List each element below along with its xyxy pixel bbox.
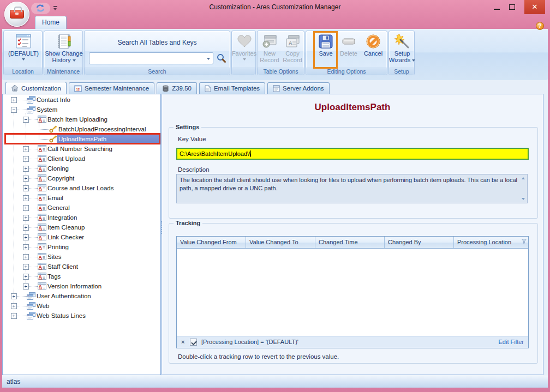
expand-icon[interactable] <box>23 205 29 211</box>
tracking-grid-header: Value Changed FromValue Changed ToChange… <box>177 237 528 249</box>
grid-column-value-changed-from[interactable]: Value Changed From <box>177 237 246 248</box>
setup-wizards-button[interactable]: Setup Wizards <box>389 33 415 63</box>
copy-record-button[interactable]: A Copy Record <box>281 33 304 63</box>
expand-icon[interactable] <box>23 264 29 270</box>
new-record-button[interactable]: New Record <box>258 33 281 63</box>
refresh-icon[interactable] <box>35 4 45 13</box>
tree-item-copyright[interactable]: ACopyright <box>3 173 160 183</box>
favorites-button[interactable]: Favorites <box>232 33 256 61</box>
collapse-icon[interactable] <box>23 117 29 123</box>
expand-icon[interactable] <box>23 156 29 162</box>
maximize-button[interactable] <box>509 4 515 10</box>
expand-icon[interactable] <box>23 254 29 260</box>
doc-tab-z39-50[interactable]: Z39.50 <box>157 82 197 94</box>
doc-tab-label: Email Templates <box>214 85 260 92</box>
tree-item-label: Staff Client <box>46 262 80 272</box>
expand-icon[interactable] <box>11 293 17 299</box>
atable-icon: A <box>38 145 46 152</box>
doc-tab-customization[interactable]: Customization <box>5 82 67 94</box>
grid-column-value-changed-to[interactable]: Value Changed To <box>246 237 315 248</box>
show-change-history-button[interactable]: Show Change History <box>44 33 83 63</box>
tree-item-general[interactable]: AGeneral <box>3 203 160 213</box>
cancel-icon <box>366 33 381 50</box>
expand-icon[interactable] <box>11 303 17 309</box>
filter-checkbox[interactable] <box>190 339 197 346</box>
tree-item-system[interactable]: System <box>3 105 160 114</box>
filter-close-icon[interactable]: × <box>181 339 184 346</box>
grid-column-changed-time[interactable]: Changed Time <box>315 237 385 248</box>
key-value-input[interactable]: C:\Ares\BatchItemUpload\\ <box>176 148 529 160</box>
expand-icon[interactable] <box>23 166 29 172</box>
expand-icon[interactable] <box>23 146 29 152</box>
tree-item-user-authentication[interactable]: User Authentication <box>3 291 160 301</box>
tree-item-contact-info[interactable]: Contact Info <box>3 95 160 105</box>
tree-item-email[interactable]: AEmail <box>3 193 160 203</box>
scroll-up-icon[interactable] <box>522 177 525 179</box>
winstack-icon <box>27 312 35 319</box>
collapse-icon[interactable] <box>11 107 17 113</box>
expand-icon[interactable] <box>23 225 29 231</box>
tree-item-web-status-lines[interactable]: Web Status Lines <box>3 311 160 321</box>
search-input[interactable] <box>89 52 213 64</box>
expand-icon[interactable] <box>11 97 17 103</box>
tracking-filter-bar: × [Processing Location] = '(DEFAULT)' Ed… <box>177 336 528 348</box>
favorites-label: Favorites <box>232 50 256 57</box>
edit-filter-link[interactable]: Edit Filter <box>499 339 524 345</box>
toolbox-icon <box>10 10 24 19</box>
atable-icon: A <box>38 273 46 280</box>
doc-tab-semester-maintenance[interactable]: 12Semester Maintenance <box>69 82 154 94</box>
tree-item-staff-client[interactable]: AStaff Client <box>3 262 160 272</box>
tree-item-web[interactable]: Web <box>3 301 160 311</box>
tree-item-label: Client Upload <box>46 154 87 164</box>
doc-tab-email-templates[interactable]: Email Templates <box>199 82 265 94</box>
tree-item-call-number-searching[interactable]: ACall Number Searching <box>3 144 160 154</box>
combo-dropdown-icon[interactable] <box>207 58 210 60</box>
tree-item-label: Email <box>46 193 65 203</box>
setup-wizards-label-line2: Wizards <box>389 57 411 63</box>
expand-icon[interactable] <box>23 284 29 290</box>
expand-icon[interactable] <box>23 215 29 221</box>
tree-item-cloning[interactable]: ACloning <box>3 164 160 173</box>
ribbon-group-favorites: Favorites <box>231 31 256 75</box>
qat-customize-icon[interactable] <box>53 6 58 11</box>
expand-icon[interactable] <box>23 234 29 240</box>
ribbon-tab-home[interactable]: Home <box>35 16 67 29</box>
change-history-icon <box>56 33 72 50</box>
minimize-button[interactable] <box>494 9 500 10</box>
close-button[interactable]: ✕ <box>524 0 545 14</box>
cancel-button[interactable]: Cancel <box>361 33 386 57</box>
application-menu-button[interactable] <box>4 2 29 27</box>
expand-icon[interactable] <box>11 313 17 319</box>
help-button[interactable]: ? <box>536 22 544 30</box>
expand-icon[interactable] <box>23 176 29 182</box>
tree-item-integration[interactable]: AIntegration <box>3 213 160 222</box>
doc-tab-server-addons[interactable]: Server Addons <box>267 82 329 94</box>
tree-item-batchuploadprocessinginterval[interactable]: BatchUploadProcessingInterval <box>3 124 160 134</box>
expand-icon[interactable] <box>23 244 29 250</box>
expand-icon[interactable] <box>23 185 29 191</box>
tree-item-printing[interactable]: APrinting <box>3 242 160 252</box>
tree-item-batch-item-uploading[interactable]: ABatch Item Uploading <box>3 114 160 124</box>
default-location-label: (DEFAULT) <box>8 50 39 57</box>
default-location-button[interactable]: (DEFAULT) <box>4 33 43 61</box>
tree-item-version-information[interactable]: AVersion Information <box>3 281 160 291</box>
tree-item-label: Integration <box>46 213 79 222</box>
doc-tab-label: Customization <box>21 85 61 92</box>
tree-item-client-upload[interactable]: AClient Upload <box>3 154 160 164</box>
grid-column-processing-location[interactable]: Processing Location <box>454 237 528 248</box>
tree-item-sites[interactable]: ASites <box>3 252 160 262</box>
tree-item-item-cleanup[interactable]: AItem Cleanup <box>3 222 160 232</box>
expand-icon[interactable] <box>23 195 29 201</box>
tree-item-uploaditemspath[interactable]: UploadItemsPath <box>3 134 160 144</box>
tree-item-tags[interactable]: ATags <box>3 272 160 281</box>
tree-item-course-and-user-loads[interactable]: ACourse and User Loads <box>3 183 160 193</box>
expand-icon[interactable] <box>23 274 29 280</box>
search-icon[interactable] <box>217 53 226 63</box>
scroll-down-icon[interactable] <box>522 198 525 200</box>
copy-record-label: Copy Record <box>281 50 304 63</box>
tree-item-link-checker[interactable]: ALink Checker <box>3 232 160 242</box>
delete-button[interactable]: Delete <box>337 33 361 57</box>
description-box[interactable]: The location the staff client should use… <box>176 174 528 203</box>
grid-column-changed-by[interactable]: Changed By <box>385 237 454 248</box>
tree-item-label: General <box>46 203 71 213</box>
